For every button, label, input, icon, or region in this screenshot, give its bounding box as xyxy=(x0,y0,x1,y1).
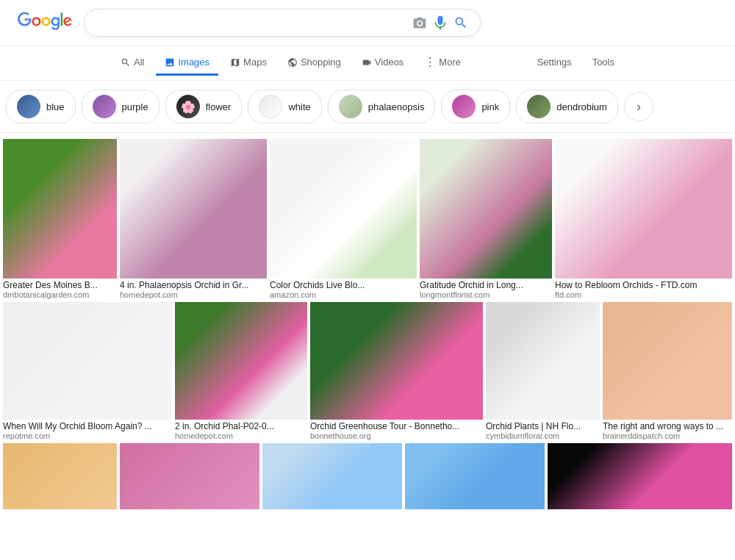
image-item[interactable]: Gratitude Orchid in Long... longmontflor… xyxy=(420,139,552,299)
nav-shopping[interactable]: Shopping xyxy=(279,51,350,76)
image-caption: The right and wrong ways to ... xyxy=(603,421,732,431)
chip-thumb-phalaenopsis xyxy=(339,95,362,118)
filter-chip-more[interactable]: › xyxy=(624,92,653,121)
image-item[interactable] xyxy=(3,443,117,509)
image-caption: Orchid Plants | NH Flo... xyxy=(486,421,600,431)
chip-more-icon: › xyxy=(637,99,641,115)
image-caption: Color Orchids Live Blo... xyxy=(270,280,417,290)
maps-icon xyxy=(230,57,240,68)
image-source: homedepot.com xyxy=(175,431,307,440)
image-item[interactable] xyxy=(405,443,545,509)
nav-videos[interactable]: Videos xyxy=(353,51,413,76)
nav-more-label: More xyxy=(439,57,461,68)
nav-all[interactable]: All xyxy=(112,51,153,76)
nav-images[interactable]: Images xyxy=(156,51,218,76)
filter-label-flower: flower xyxy=(206,101,232,112)
search-button[interactable] xyxy=(453,15,468,30)
image-caption: Orchid Greenhouse Tour - Bonnetho... xyxy=(310,421,483,431)
image-item[interactable]: Greater Des Moines B... dmbotanicalgarde… xyxy=(3,139,117,299)
chip-thumb-pink xyxy=(452,95,476,118)
camera-icon xyxy=(412,15,427,30)
image-item[interactable]: Orchid Greenhouse Tour - Bonnetho... bon… xyxy=(310,302,483,440)
nav-settings-label: Settings xyxy=(537,57,572,68)
image-caption: When Will My Orchid Bloom Again? ... xyxy=(3,421,172,431)
nav-tools[interactable]: Tools xyxy=(584,51,623,76)
image-source: longmontflorist.com xyxy=(420,290,552,299)
filter-label-phalaenopsis: phalaenopsis xyxy=(368,101,425,112)
filter-chip-white[interactable]: white xyxy=(248,90,321,123)
image-source: ftd.com xyxy=(555,290,732,299)
nav-settings[interactable]: Settings xyxy=(528,51,581,76)
image-item[interactable] xyxy=(548,443,732,509)
filter-chip-phalaenopsis[interactable]: phalaenopsis xyxy=(328,90,436,123)
image-caption: Gratitude Orchid in Long... xyxy=(420,280,552,290)
image-caption: Greater Des Moines B... xyxy=(3,280,117,290)
nav-shopping-label: Shopping xyxy=(301,57,341,68)
filter-chip-flower[interactable]: 🌸 flower xyxy=(165,90,243,123)
image-source: cymbidiumfloral.com xyxy=(486,431,600,440)
camera-search-button[interactable] xyxy=(412,15,427,30)
microphone-icon xyxy=(433,15,448,30)
filter-label-dendrobium: dendrobium xyxy=(556,101,607,112)
filter-label-purple: purple xyxy=(122,101,148,112)
image-item[interactable]: The right and wrong ways to ... brainerd… xyxy=(603,302,732,440)
nav-maps-label: Maps xyxy=(243,57,267,68)
image-item[interactable] xyxy=(120,443,259,509)
image-row-2: When Will My Orchid Bloom Again? ... rep… xyxy=(3,302,732,440)
image-source: bonnethouse.org xyxy=(310,431,483,440)
filter-bar: blue purple 🌸 flower white phalaenopsis … xyxy=(0,81,735,133)
image-source: brainerddispatch.com xyxy=(603,431,732,440)
search-input[interactable]: orchids xyxy=(96,16,406,29)
nav-videos-label: Videos xyxy=(375,57,404,68)
filter-chip-purple[interactable]: purple xyxy=(82,90,159,123)
image-item[interactable]: 4 in. Phalaenopsis Orchid in Gr... homed… xyxy=(120,139,267,299)
voice-search-button[interactable] xyxy=(433,15,448,30)
filter-chip-dendrobium[interactable]: dendrobium xyxy=(516,90,618,123)
image-source: repotme.com xyxy=(3,431,172,440)
filter-chip-pink[interactable]: pink xyxy=(441,90,510,123)
image-item[interactable]: 2 in. Orchid Phal-P02-0... homedepot.com xyxy=(175,302,307,440)
image-item[interactable]: Orchid Plants | NH Flo... cymbidiumflora… xyxy=(486,302,600,440)
image-caption: 2 in. Orchid Phal-P02-0... xyxy=(175,421,307,431)
header: orchids xyxy=(0,0,735,46)
image-source: dmbotanicalgarden.com xyxy=(3,290,117,299)
nav-all-label: All xyxy=(134,57,144,68)
filter-label-white: white xyxy=(288,101,310,112)
image-caption: 4 in. Phalaenopsis Orchid in Gr... xyxy=(120,280,267,290)
nav-tools-label: Tools xyxy=(592,57,614,68)
image-caption: How to Rebloom Orchids - FTD.com xyxy=(555,280,732,290)
google-logo xyxy=(18,12,72,34)
nav-images-label: Images xyxy=(178,57,209,68)
all-search-icon xyxy=(121,57,131,68)
images-icon xyxy=(165,57,175,68)
filter-label-blue: blue xyxy=(46,101,65,112)
search-magnifier-icon xyxy=(453,15,468,30)
filter-chip-blue[interactable]: blue xyxy=(6,90,76,123)
image-item[interactable]: Color Orchids Live Blo... amazon.com xyxy=(270,139,417,299)
videos-icon xyxy=(362,57,372,68)
nav-more[interactable]: ⋮ More xyxy=(415,49,470,77)
google-logo-svg xyxy=(18,12,72,31)
image-row-3 xyxy=(3,443,732,509)
image-item[interactable]: How to Rebloom Orchids - FTD.com ftd.com xyxy=(555,139,732,299)
chip-thumb-flower: 🌸 xyxy=(176,95,200,118)
chip-thumb-purple xyxy=(93,95,116,118)
image-row-1: Greater Des Moines B... dmbotanicalgarde… xyxy=(3,139,732,299)
image-source: homedepot.com xyxy=(120,290,267,299)
image-item[interactable] xyxy=(262,443,402,509)
chip-thumb-white xyxy=(259,95,282,118)
chip-thumb-blue xyxy=(17,95,40,118)
nav-maps[interactable]: Maps xyxy=(221,51,276,76)
image-results: Greater Des Moines B... dmbotanicalgarde… xyxy=(0,133,735,518)
search-bar: orchids xyxy=(84,9,481,37)
more-dots-icon: ⋮ xyxy=(424,55,436,69)
shopping-icon xyxy=(287,57,298,68)
image-item[interactable]: When Will My Orchid Bloom Again? ... rep… xyxy=(3,302,172,440)
navigation-bar: All Images Maps Shopping Videos ⋮ More S… xyxy=(0,46,735,81)
chip-thumb-dendrobium xyxy=(527,95,551,118)
image-source: amazon.com xyxy=(270,290,417,299)
filter-label-pink: pink xyxy=(481,101,499,112)
